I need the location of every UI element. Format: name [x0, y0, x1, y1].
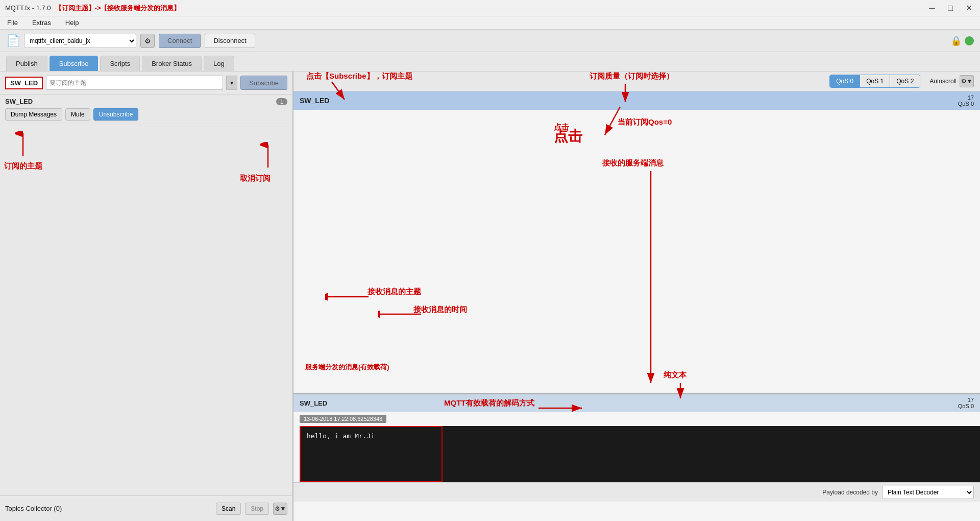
dump-messages-button[interactable]: Dump Messages [5, 108, 62, 121]
collector-settings-button[interactable]: ⚙▼ [273, 503, 287, 515]
message-detail-header: SW_LED 17 QoS 0 [293, 394, 980, 412]
scan-button[interactable]: Scan [216, 503, 241, 515]
subscribe-area: SW_LED ▼ Subscribe [0, 72, 292, 94]
message-list-topic: SW_LED [300, 97, 329, 105]
connection-status-dot [965, 36, 974, 45]
topic-tag: SW_LED [5, 77, 43, 89]
lock-icon: 🔒 [950, 35, 962, 46]
subscription-list: SW_LED 1 Dump Messages Mute Unsubscribe [0, 94, 292, 495]
topics-collector: Topics Collector (0) Scan Stop ⚙▼ [0, 495, 292, 521]
decoder-area: Payload decoded by Plain Text Decoder He… [293, 482, 980, 502]
message-timestamp: 13-06-2018 17:22:08.62528343 [300, 415, 386, 423]
connection-bar: 📄 mqttfx_client_baidu_jx ⚙ Connect Disco… [0, 30, 980, 52]
title-annotation: 【订阅主题】->【接收服务端分发的消息】 [55, 4, 181, 13]
message-qos: QoS 0 [958, 101, 974, 107]
profile-icon: 📄 [6, 34, 20, 48]
autoscroll-button[interactable]: ⚙▼ [960, 75, 974, 87]
payload-decoder-select[interactable]: Plain Text Decoder Hex Decoder Base64 De… [882, 486, 974, 499]
left-panel: SW_LED ▼ Subscribe SW_LED 1 Dump Message… [0, 72, 293, 521]
message-count: 17 [968, 94, 974, 101]
close-button[interactable]: ✕ [963, 2, 975, 14]
subscription-count-badge: 1 [276, 98, 287, 105]
mute-button[interactable]: Mute [65, 108, 90, 121]
menu-file[interactable]: File [4, 18, 21, 28]
qos1-button[interactable]: QoS 1 [860, 75, 890, 87]
topic-dropdown-button[interactable]: ▼ [226, 76, 237, 90]
topics-collector-label: Topics Collector (0) [5, 505, 212, 512]
message-payload-right [443, 426, 980, 482]
payload-decoded-by-label: Payload decoded by [822, 489, 878, 496]
tab-subscribe[interactable]: Subscribe [50, 56, 99, 71]
message-list-area: SW_LED 17 QoS 0 [293, 91, 980, 393]
subscription-item: SW_LED 1 Dump Messages Mute Unsubscribe [0, 94, 292, 124]
message-detail-topic: SW_LED [300, 399, 327, 407]
tab-bar: Publish Subscribe Scripts Broker Status … [0, 52, 980, 72]
tab-scripts[interactable]: Scripts [100, 56, 140, 71]
settings-gear-button[interactable]: ⚙ [140, 34, 155, 48]
disconnect-button[interactable]: Disconnect [205, 34, 255, 48]
unsubscribe-button[interactable]: Unsubscribe [93, 108, 139, 121]
right-panel: QoS 0 QoS 1 QoS 2 Autoscroll ⚙▼ SW_LED 1… [293, 72, 980, 521]
profile-select[interactable]: mqttfx_client_baidu_jx [24, 34, 136, 48]
message-detail-qos: QoS 0 [958, 403, 974, 409]
menu-extras[interactable]: Extras [29, 18, 54, 28]
tab-broker-status[interactable]: Broker Status [142, 56, 202, 71]
subscribed-topic-name: SW_LED [5, 98, 33, 105]
qos-bar: QoS 0 QoS 1 QoS 2 Autoscroll ⚙▼ [293, 72, 980, 91]
window-controls: ─ □ ✕ [926, 2, 975, 14]
stop-button[interactable]: Stop [245, 503, 269, 515]
main-content: SW_LED ▼ Subscribe SW_LED 1 Dump Message… [0, 72, 980, 521]
topic-input[interactable] [46, 76, 223, 90]
connect-button[interactable]: Connect [159, 34, 201, 48]
tab-log[interactable]: Log [204, 56, 234, 71]
message-content-area: hello, i am Mr.Ji [293, 426, 980, 482]
message-empty-area [293, 110, 980, 393]
app-title: MQTT.fx - 1.7.0 [5, 4, 51, 12]
message-detail-count: 17 [968, 397, 974, 403]
menu-bar: File Extras Help [0, 16, 980, 30]
message-payload: hello, i am Mr.Ji [300, 426, 443, 482]
message-list-header: SW_LED 17 QoS 0 [293, 91, 980, 110]
qos-group: QoS 0 QoS 1 QoS 2 [829, 75, 920, 88]
autoscroll-label: Autoscroll [929, 78, 957, 85]
menu-help[interactable]: Help [62, 18, 82, 28]
qos2-button[interactable]: QoS 2 [890, 75, 920, 87]
subscribe-button[interactable]: Subscribe [240, 76, 287, 90]
title-bar: MQTT.fx - 1.7.0 【订阅主题】->【接收服务端分发的消息】 ─ □… [0, 0, 980, 16]
minimize-button[interactable]: ─ [926, 2, 938, 14]
qos0-button[interactable]: QoS 0 [830, 75, 860, 87]
tab-publish[interactable]: Publish [6, 56, 47, 71]
message-detail-area: SW_LED 17 QoS 0 13-06-2018 17:22:08.6252… [293, 393, 980, 521]
maximize-button[interactable]: □ [944, 2, 957, 14]
